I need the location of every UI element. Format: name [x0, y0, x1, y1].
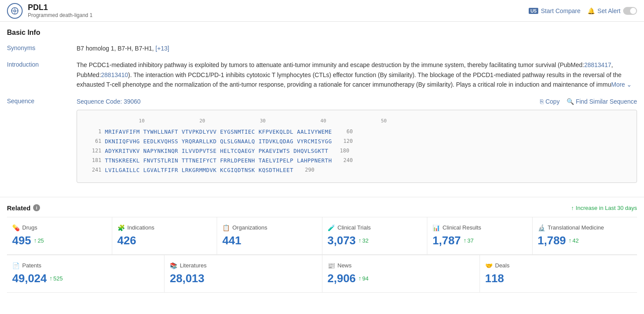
sequence-line: 181 TTNSKREEKL FNVTSTLRIN TTTNEIFYCT FRR… — [84, 156, 630, 165]
seq-end-num: 180 — [332, 147, 349, 155]
pubmed2-link[interactable]: 28813410 — [101, 71, 128, 78]
sequence-row: Sequence Sequence Code: 39060 ⎘ Copy 🔍 F… — [7, 97, 637, 183]
seq-amino-data: MRIFAVFIFM TYWHLLNAFT VTVPKDLYVV EYGSNMT… — [105, 128, 332, 136]
svg-point-1 — [14, 10, 16, 12]
header-right: U5 Start Compare 🔔 Set Alert — [529, 7, 637, 15]
related-card[interactable]: 💊 Drugs 495 ↑25 — [7, 217, 112, 254]
sequence-line: 121 ADYKRITVKV NAPYNKINQR ILVVDPVTSE HEL… — [84, 147, 630, 155]
find-similar-label: Find Similar Sequence — [576, 98, 637, 105]
increase-label: ↑ Increase in Last 30 days — [571, 205, 637, 211]
card-label-text: Literatures — [180, 262, 206, 269]
related-card[interactable]: 📋 Organizations 441 — [217, 217, 322, 254]
trials-icon: 🧪 — [328, 224, 335, 231]
copy-label: Copy — [545, 98, 560, 105]
pubmed1-link[interactable]: 28813417 — [584, 61, 611, 68]
arrow-up-icon: ↑ — [359, 237, 362, 244]
card-label: 📚 Literatures — [170, 262, 316, 269]
card-label-text: Translational Medicine — [548, 224, 604, 231]
alert-label: Set Alert — [597, 7, 621, 14]
card-label-text: Drugs — [22, 224, 37, 231]
synonyms-more-link[interactable]: [+13] — [155, 45, 169, 52]
badge-up: ↑32 — [359, 237, 369, 244]
related-card[interactable]: 📰 News 2,906 ↑94 — [322, 255, 480, 292]
card-label: 📰 News — [328, 262, 474, 269]
card-number: 118 — [485, 272, 504, 285]
badge-up: ↑525 — [50, 275, 63, 282]
seq-start-num: 181 — [84, 156, 101, 165]
drug-icon: 💊 — [12, 224, 20, 231]
compare-label: Start Compare — [541, 7, 580, 14]
org-icon: 📋 — [222, 224, 230, 231]
related-card[interactable]: 🔬 Translational Medicine 1,789 ↑42 — [533, 217, 637, 254]
seq-amino-data: TTNSKREEKL FNVTSTLRIN TTTNEIFYCT FRRLDPE… — [105, 156, 332, 165]
related-title: Related i — [7, 204, 40, 212]
arrow-up-icon: ↑ — [571, 205, 574, 211]
badge-up: ↑42 — [569, 237, 579, 244]
synonyms-row: Synonyms B7 homolog 1, B7-H, B7-H1, [+13… — [7, 44, 637, 53]
news-icon: 📰 — [328, 262, 335, 269]
synonyms-label: Synonyms — [7, 44, 77, 51]
related-card[interactable]: 🧩 Indications 426 — [112, 217, 218, 254]
page-subtitle: Programmed death-ligand 1 — [28, 12, 93, 18]
header-left: PDL1 Programmed death-ligand 1 — [7, 3, 93, 19]
card-label-text: Patents — [22, 262, 41, 269]
related-card[interactable]: 📊 Clinical Results 1,787 ↑37 — [427, 217, 533, 254]
card-number: 1,787 — [433, 234, 461, 247]
card-value: 49,024 ↑525 — [12, 272, 159, 285]
sequence-line: 241 LVILGAILLC LGVALTFIFR LRKGRMMDVK KCG… — [84, 166, 630, 175]
introduction-row: Introduction The PCDC1-mediated inhibito… — [7, 60, 637, 89]
card-number: 426 — [117, 234, 136, 247]
info-icon: i — [33, 204, 40, 211]
card-number: 1,789 — [538, 234, 566, 247]
alert-toggle[interactable] — [623, 7, 637, 15]
compare-icon: U5 — [529, 8, 538, 14]
related-card[interactable]: 📄 Patents 49,024 ↑525 — [7, 255, 164, 292]
card-label-text: Indications — [127, 224, 154, 231]
set-alert-button[interactable]: 🔔 Set Alert — [587, 7, 637, 15]
card-label: 🧪 Clinical Trials — [328, 224, 422, 231]
card-label-text: Organizations — [232, 224, 267, 231]
medicine-icon: 🔬 — [538, 224, 545, 231]
introduction-label: Introduction — [7, 60, 77, 68]
card-value: 1,787 ↑37 — [433, 234, 527, 247]
card-value: 441 — [222, 234, 317, 247]
card-label: 🤝 Deals — [485, 262, 632, 269]
card-label: 🧩 Indications — [117, 224, 212, 231]
card-label: 📋 Organizations — [222, 224, 317, 231]
related-card[interactable]: 🤝 Deals 118 — [480, 255, 637, 292]
sequence-header: Sequence Code: 39060 ⎘ Copy 🔍 Find Simil… — [77, 97, 637, 106]
related-card[interactable]: 📚 Literatures 28,013 — [164, 255, 322, 292]
lit-icon: 📚 — [170, 262, 177, 269]
card-label: 📄 Patents — [12, 262, 159, 269]
page-title: PDL1 — [28, 3, 93, 12]
synonyms-value: B7 homolog 1, B7-H, B7-H1, [+13] — [77, 44, 637, 53]
seq-amino-data: ADYKRITVKV NAPYNKINQR ILVVDPVTSE HELTCQA… — [105, 147, 329, 155]
card-number: 495 — [12, 234, 31, 247]
header: PDL1 Programmed death-ligand 1 U5 Start … — [0, 0, 644, 22]
copy-button[interactable]: ⎘ Copy — [540, 98, 560, 105]
sequence-code-link[interactable]: Sequence Code: 39060 — [77, 97, 141, 106]
patents-icon: 📄 — [12, 262, 20, 269]
seq-start-num: 1 — [84, 128, 101, 136]
seq-amino-data: DKNIIQFVHG EEDLKVQHSS YRQRARLLKD QLSLGNA… — [105, 137, 332, 146]
sequence-actions: ⎘ Copy 🔍 Find Similar Sequence — [540, 98, 637, 105]
badge-up: ↑37 — [463, 237, 473, 244]
related-card[interactable]: 🧪 Clinical Trials 3,073 ↑32 — [322, 217, 428, 254]
related-cards-row1: 💊 Drugs 495 ↑25 🧩 Indications 426 📋 Orga… — [7, 217, 637, 255]
more-link[interactable]: More ⌄ — [611, 81, 632, 88]
alert-icon: 🔔 — [587, 7, 595, 14]
seq-end-num: 240 — [335, 156, 353, 165]
find-similar-button[interactable]: 🔍 Find Similar Sequence — [567, 98, 637, 105]
deals-icon: 🤝 — [485, 262, 493, 269]
related-title-text: Related — [7, 204, 30, 212]
arrow-up-icon: ↑ — [359, 275, 362, 282]
card-number: 49,024 — [12, 272, 47, 285]
card-value: 495 ↑25 — [12, 234, 107, 247]
start-compare-button[interactable]: U5 Start Compare — [529, 7, 580, 14]
related-cards-row2: 📄 Patents 49,024 ↑525 📚 Literatures 28,0… — [7, 255, 637, 293]
card-label: 🔬 Translational Medicine — [538, 224, 632, 231]
card-number: 2,906 — [328, 272, 356, 285]
increase-text: Increase in Last 30 days — [576, 205, 637, 211]
sequence-ruler: 10 20 30 40 50 — [84, 117, 630, 125]
badge-up: ↑94 — [359, 275, 369, 282]
